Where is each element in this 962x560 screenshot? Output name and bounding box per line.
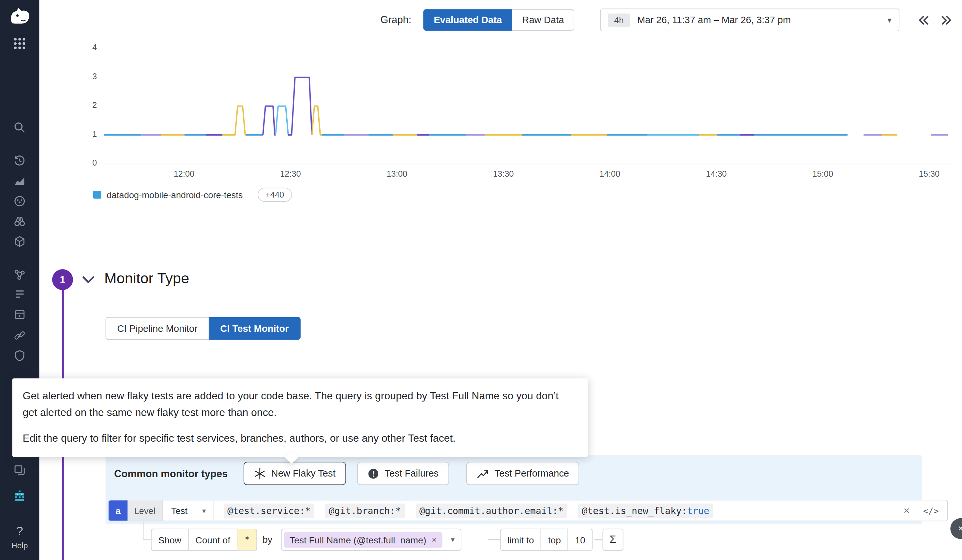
group-by-pill-label: Test Full Name (@test.full_name) [290, 534, 426, 545]
test-failures-label: Test Failures [385, 468, 439, 479]
group-by-select[interactable]: Test Full Name (@test.full_name) × ▾ [281, 529, 462, 551]
new-flaky-test-button[interactable]: New Flaky Test [244, 462, 346, 485]
limit-value-input[interactable]: 10 [568, 529, 593, 551]
y-axis-tick: 0 [73, 158, 97, 167]
x-axis-line [104, 164, 955, 164]
ci-pipeline-monitor-button[interactable]: CI Pipeline Monitor [106, 317, 209, 340]
legend-swatch [93, 191, 101, 198]
query-scope-badge[interactable]: a [108, 500, 128, 521]
snowflake-icon [254, 468, 266, 480]
limit-to-label: limit to [500, 529, 541, 551]
tooltip-paragraph: Get alerted when new flaky tests are add… [23, 388, 576, 421]
chart-plot-area[interactable] [104, 37, 951, 167]
clear-query-icon[interactable]: × [904, 505, 910, 516]
limit-order-select[interactable]: top [541, 529, 568, 551]
bits-ai-icon[interactable] [13, 490, 26, 502]
new-flaky-test-tooltip: Get alerted when new flaky tests are add… [12, 378, 588, 457]
query-token[interactable]: @git.branch:* [325, 503, 404, 518]
x-axis-tick: 12:30 [269, 169, 312, 178]
timeseries-chart[interactable]: 01234 12:0012:3013:0013:3014:0014:3015:0… [0, 0, 962, 209]
query-level-value: Test [171, 505, 187, 515]
test-failures-button[interactable]: Test Failures [357, 462, 449, 485]
query-level-label: Level [128, 500, 162, 521]
test-performance-label: Test Performance [494, 468, 569, 479]
query-bar[interactable]: a Level Test ▾ @test.service:* @git.bran… [108, 500, 948, 521]
by-label: by [263, 529, 272, 551]
aggregation-select[interactable]: Count of [189, 529, 238, 551]
show-group: Show Count of * [151, 529, 257, 551]
step-title: Monitor Type [104, 270, 189, 287]
close-icon: × [958, 523, 962, 534]
remove-group-icon[interactable]: × [432, 535, 437, 544]
y-axis-tick: 3 [73, 72, 97, 81]
code-view-icon[interactable]: </> [923, 505, 939, 515]
x-axis-tick: 13:30 [482, 169, 525, 178]
error-icon [368, 468, 379, 480]
formula-sigma-button[interactable]: Σ [603, 529, 623, 551]
collapse-chevron-icon[interactable] [82, 275, 95, 286]
tooltip-paragraph: Edit the query to filter for specific te… [23, 431, 576, 447]
query-level-select[interactable]: Test ▾ [163, 500, 214, 521]
ci-pipelines-icon[interactable] [13, 308, 26, 321]
ci-test-monitor-button[interactable]: CI Test Monitor [209, 317, 300, 340]
chevron-down-icon: ▾ [202, 506, 206, 515]
limit-group: limit to top 10 [500, 529, 592, 551]
x-axis-tick: 13:00 [375, 169, 418, 178]
x-axis-tick: 15:00 [801, 169, 844, 178]
new-flaky-test-label: New Flaky Test [271, 468, 336, 479]
query-connector [143, 521, 151, 539]
query-input[interactable]: @test.service:* @git.branch:* @git.commi… [214, 500, 713, 521]
show-label: Show [151, 529, 189, 551]
legend-overflow-badge[interactable]: +440 [258, 188, 292, 202]
y-axis-tick: 2 [73, 101, 97, 110]
trend-chart-icon [477, 467, 489, 480]
chart-legend: datadog-mobile-android-core-tests +440 [93, 188, 292, 202]
test-performance-button[interactable]: Test Performance [466, 462, 579, 485]
panels-icon[interactable] [13, 464, 26, 476]
y-axis-tick: 4 [73, 43, 97, 52]
integrations-icon[interactable] [13, 235, 26, 248]
query-token[interactable]: @git.commit.author.email:* [416, 503, 567, 518]
query-token[interactable]: @test.service:* [224, 503, 314, 518]
query-bar-actions: × </> [904, 500, 947, 521]
row-connector [594, 539, 602, 540]
query-token[interactable]: @test.is_new_flaky:true [578, 503, 713, 518]
row-connector [488, 539, 500, 540]
datadog-ci-monitor-page: ? Help Graph: Evaluated Data Raw Data 4h… [0, 0, 962, 560]
security-shield-icon[interactable] [13, 349, 26, 362]
x-axis-tick: 15:30 [907, 169, 951, 178]
binoculars-icon[interactable] [13, 215, 26, 227]
y-axis-tick: 1 [73, 129, 97, 138]
apm-service-map-icon[interactable] [13, 269, 26, 281]
group-by-pill[interactable]: Test Full Name (@test.full_name) × [284, 532, 442, 547]
aggregation-arg[interactable]: * [238, 529, 257, 551]
aggregation-row: Show Count of * by Test Full Name (@test… [0, 529, 962, 551]
chevron-down-icon: ▾ [451, 535, 455, 544]
logs-icon[interactable] [13, 288, 26, 301]
monitor-type-toggle: CI Pipeline Monitor CI Test Monitor [106, 317, 301, 340]
legend-series-label[interactable]: datadog-mobile-android-core-tests [107, 190, 243, 200]
common-monitor-types-label: Common monitor types [114, 468, 228, 480]
synthetics-link-icon[interactable] [13, 329, 26, 341]
common-monitor-types-panel: Common monitor types New Flaky Test Test… [106, 455, 922, 525]
step-number-badge: 1 [52, 269, 73, 290]
x-axis-tick: 14:30 [695, 169, 738, 178]
x-axis-tick: 14:00 [588, 169, 631, 178]
x-axis-tick: 12:00 [162, 169, 205, 178]
